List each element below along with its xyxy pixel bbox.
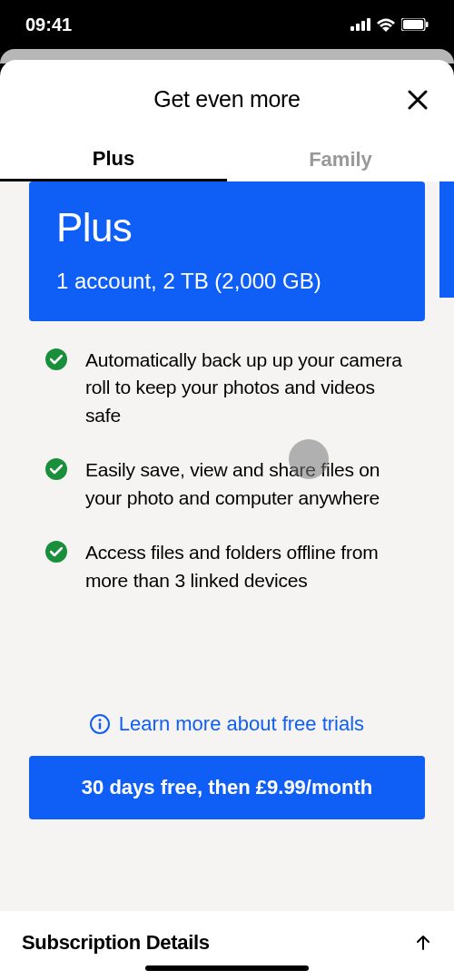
learn-more-text: Learn more about free trials: [119, 712, 364, 736]
check-icon: [45, 348, 67, 370]
svg-point-8: [98, 719, 101, 721]
upgrade-modal: Get even more Plus Family Plus 1 account…: [0, 60, 454, 980]
tab-family[interactable]: Family: [227, 138, 454, 181]
close-button[interactable]: [403, 85, 432, 114]
info-icon: [90, 714, 110, 734]
battery-icon: [401, 18, 429, 31]
details-label: Subscription Details: [22, 931, 210, 955]
svg-rect-0: [350, 26, 354, 31]
arrow-up-icon: [414, 934, 432, 952]
tab-plus[interactable]: Plus: [0, 138, 227, 181]
svg-rect-6: [426, 22, 429, 27]
check-icon: [45, 458, 67, 480]
check-icon: [45, 541, 67, 563]
feature-item: Easily save, view and share files on you…: [45, 456, 409, 512]
svg-rect-5: [403, 20, 423, 29]
svg-rect-1: [356, 24, 360, 31]
feature-text: Automatically back up up your camera rol…: [85, 347, 409, 429]
plan-sub: 1 account, 2 TB (2,000 GB): [56, 269, 398, 294]
plan-card[interactable]: Plus 1 account, 2 TB (2,000 GB): [29, 181, 425, 321]
home-indicator[interactable]: [145, 965, 309, 971]
modal-header: Get even more: [0, 60, 454, 138]
status-indicators: [350, 17, 429, 32]
svg-rect-2: [361, 21, 365, 31]
status-time: 09:41: [25, 15, 72, 35]
svg-rect-9: [99, 723, 101, 730]
plan-content: Plus 1 account, 2 TB (2,000 GB) Automati…: [0, 181, 454, 980]
next-card-peek[interactable]: [439, 181, 454, 298]
modal-title: Get even more: [153, 86, 300, 113]
plan-name: Plus: [56, 205, 398, 250]
feature-list: Automatically back up up your camera rol…: [29, 321, 425, 594]
status-bar: 09:41: [0, 0, 454, 49]
feature-text: Access files and folders offline from mo…: [85, 539, 409, 594]
close-icon: [408, 90, 428, 110]
plan-tabs: Plus Family: [0, 138, 454, 181]
feature-item: Access files and folders offline from mo…: [45, 539, 409, 594]
learn-more-link[interactable]: Learn more about free trials: [29, 712, 425, 736]
feature-item: Automatically back up up your camera rol…: [45, 347, 409, 429]
subscribe-button[interactable]: 30 days free, then £9.99/month: [29, 756, 425, 819]
wifi-icon: [376, 17, 396, 32]
signal-icon: [350, 18, 370, 31]
feature-text: Easily save, view and share files on you…: [85, 456, 409, 512]
svg-rect-3: [367, 18, 370, 31]
